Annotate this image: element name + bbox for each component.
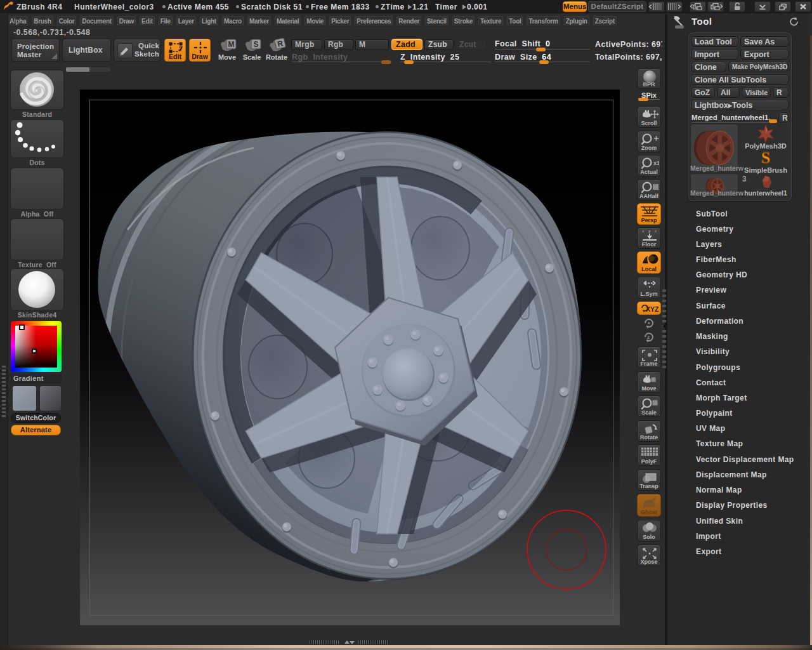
svg-text:x: x <box>642 229 645 233</box>
svg-text:x1: x1 <box>653 160 659 166</box>
svg-text:S: S <box>253 40 258 49</box>
svg-text:y: y <box>648 229 651 233</box>
svg-text:XYZ: XYZ <box>646 305 659 313</box>
svg-text:z: z <box>647 335 650 340</box>
svg-text:M: M <box>228 40 235 49</box>
svg-text:z: z <box>655 229 657 233</box>
svg-text:S: S <box>761 149 770 167</box>
